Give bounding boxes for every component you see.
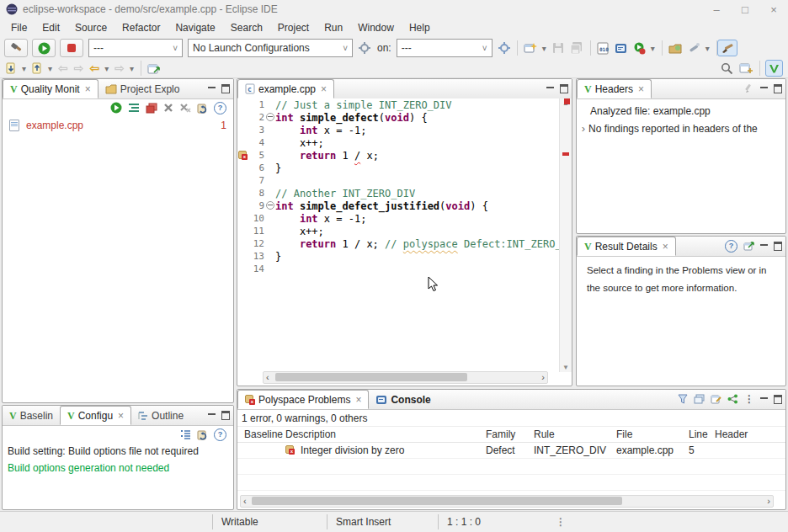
next-annotation-icon[interactable]	[6, 62, 17, 74]
remove-all-results-icon[interactable]	[179, 103, 191, 113]
open-in-new-icon[interactable]	[743, 241, 754, 251]
external-tools-icon[interactable]	[688, 42, 700, 55]
scroll-right-icon[interactable]: ›	[541, 372, 545, 383]
link-with-editor-icon[interactable]	[147, 63, 160, 74]
show-justified-icon[interactable]	[128, 103, 140, 113]
minimize-view-icon[interactable]	[760, 397, 768, 402]
tab-console[interactable]: Console	[369, 390, 437, 409]
tab-result-details[interactable]: V Result Details ×	[577, 237, 676, 256]
close-icon[interactable]: ×	[638, 83, 644, 95]
previous-annotation-icon[interactable]	[32, 62, 43, 74]
scroll-left-icon[interactable]: ‹	[243, 496, 247, 507]
launch-config-combo[interactable]: No Launch Configurations ˅	[188, 39, 353, 57]
chevron-right-icon[interactable]: ›	[578, 122, 588, 135]
chevron-down-icon[interactable]: ▾	[22, 64, 26, 73]
close-button[interactable]: ×	[759, 0, 788, 19]
problem-row[interactable]: xInteger division by zeroDefectINT_ZERO_…	[237, 443, 785, 459]
minimize-view-icon[interactable]	[760, 244, 768, 248]
reload-results-icon[interactable]	[197, 103, 208, 114]
help-icon[interactable]: ?	[214, 102, 226, 114]
scroll-right-icon[interactable]: ›	[767, 496, 770, 507]
minimize-view-icon[interactable]	[208, 413, 216, 418]
chevron-down-icon[interactable]: ▾	[651, 44, 655, 53]
column-header-line[interactable]: Line	[689, 428, 715, 440]
code-line[interactable]: 14	[237, 263, 560, 275]
target-gear-icon[interactable]	[498, 42, 510, 54]
code-line[interactable]: 10 int x = -1;	[237, 212, 560, 225]
refresh-options-icon[interactable]	[197, 429, 208, 440]
menu-project[interactable]: Project	[270, 20, 317, 35]
maximize-button[interactable]: □	[731, 0, 759, 19]
tab-configuration[interactable]: V Configu ×	[60, 406, 131, 425]
open-perspective-icon[interactable]	[739, 62, 753, 74]
column-header-rule[interactable]: Rule	[534, 428, 616, 440]
filter-icon[interactable]	[678, 394, 688, 404]
code-line[interactable]: 2int simple_defect(void) {	[237, 111, 560, 124]
minimize-view-icon[interactable]	[760, 87, 768, 91]
help-icon[interactable]: ?	[725, 240, 737, 253]
code-line[interactable]: 3 int x = -1;	[237, 124, 560, 136]
maximize-view-icon[interactable]	[221, 411, 230, 420]
maximize-view-icon[interactable]	[221, 84, 230, 93]
menu-window[interactable]: Window	[350, 20, 402, 35]
maximize-view-icon[interactable]	[560, 84, 568, 93]
pencil-icon[interactable]	[744, 83, 754, 93]
launch-settings-gear-icon[interactable]	[359, 42, 370, 54]
problems-horizontal-scrollbar[interactable]: ‹ ›	[240, 495, 774, 508]
quality-file-row[interactable]: example.cpp 1	[3, 116, 233, 135]
close-icon[interactable]: ×	[355, 394, 361, 406]
close-icon[interactable]: ×	[321, 83, 327, 95]
build-config-combo[interactable]: --- ˅	[88, 39, 183, 57]
minimize-view-icon[interactable]	[208, 87, 216, 91]
menu-run[interactable]: Run	[317, 20, 350, 35]
build-button[interactable]	[4, 39, 28, 57]
fold-collapse-icon[interactable]	[264, 112, 275, 124]
options-list-icon[interactable]	[181, 429, 191, 440]
code-line[interactable]: 12 return 1 / x; // polyspace Defect:INT…	[237, 237, 560, 250]
menu-navigate[interactable]: Navigate	[168, 20, 222, 35]
menu-edit[interactable]: Edit	[35, 20, 67, 35]
column-header-file[interactable]: File	[616, 428, 689, 440]
column-header-header[interactable]: Header	[715, 428, 774, 440]
scroll-down-icon[interactable]: ▼	[560, 364, 572, 371]
fold-collapse-icon[interactable]	[264, 200, 275, 212]
close-icon[interactable]: ×	[118, 410, 124, 422]
menu-refactor[interactable]: Refactor	[114, 20, 168, 35]
menu-source[interactable]: Source	[67, 20, 114, 35]
view-menu-icon[interactable]: ⋮	[744, 393, 754, 405]
minimize-view-icon[interactable]	[546, 87, 554, 91]
code-line[interactable]: 1// Just a simple INT_ZERO_DIV	[237, 98, 560, 111]
scroll-thumb[interactable]	[252, 497, 622, 505]
chevron-down-icon[interactable]: ▾	[130, 64, 134, 73]
share-icon[interactable]	[727, 394, 738, 404]
stop-button[interactable]	[60, 39, 83, 57]
scroll-thumb[interactable]	[275, 373, 467, 381]
chevron-down-icon[interactable]: ▾	[48, 64, 52, 73]
group-by-icon[interactable]	[694, 394, 705, 404]
menu-help[interactable]: Help	[402, 20, 438, 35]
search-icon[interactable]	[721, 62, 733, 75]
maximize-view-icon[interactable]	[774, 84, 782, 93]
help-icon[interactable]: ?	[214, 428, 226, 441]
editor-horizontal-scrollbar[interactable]: ‹ ›	[263, 371, 548, 384]
minimize-button[interactable]: –	[702, 0, 731, 19]
column-header-description[interactable]: Description	[285, 428, 486, 440]
editor-vertical-scrollbar[interactable]: ▲ ▼	[559, 98, 572, 372]
maximize-view-icon[interactable]	[774, 395, 782, 404]
code-area[interactable]: 1// Just a simple INT_ZERO_DIV2int simpl…	[237, 98, 560, 372]
overview-error-marker[interactable]	[562, 152, 569, 156]
tab-polyspace-problems[interactable]: x Polyspace Problems ×	[237, 390, 369, 409]
forward-arrow-icon[interactable]: ⇨	[74, 62, 84, 74]
tab-headers[interactable]: V Headers ×	[577, 79, 652, 98]
go-forward-icon[interactable]: ⇨	[114, 62, 125, 74]
copy-results-icon[interactable]	[146, 103, 157, 114]
column-header-family[interactable]: Family	[486, 428, 534, 440]
chevron-down-icon[interactable]: ▾	[542, 44, 546, 53]
close-icon[interactable]: ×	[663, 241, 668, 253]
polyspace-perspective-toggle[interactable]	[765, 60, 783, 77]
scroll-left-icon[interactable]: ‹	[266, 372, 269, 383]
maximize-view-icon[interactable]	[774, 242, 782, 251]
run-analysis-icon[interactable]	[110, 102, 122, 114]
code-line[interactable]: 9int simple_defect_justified(void) {	[237, 200, 560, 212]
menu-search[interactable]: Search	[223, 20, 270, 35]
